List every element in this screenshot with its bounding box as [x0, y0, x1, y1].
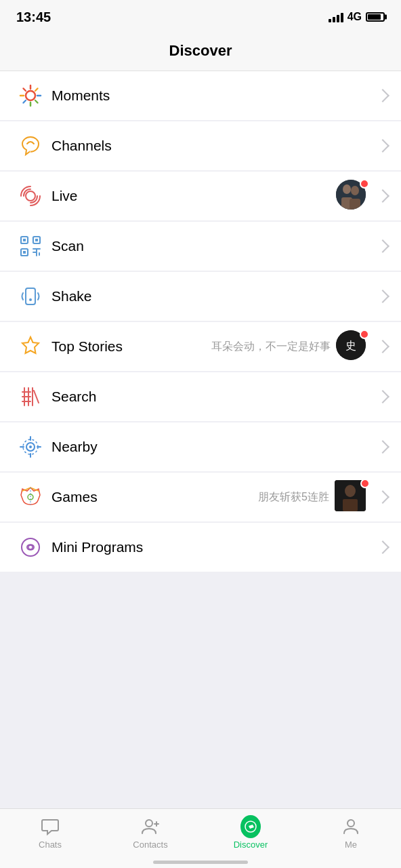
live-avatar-wrapper — [336, 180, 368, 212]
nearby-icon — [14, 430, 47, 464]
nearby-right — [374, 442, 387, 452]
moments-label: Moments — [51, 87, 374, 104]
menu-item-search[interactable]: Search — [0, 372, 401, 421]
menu-item-shake[interactable]: Shake — [0, 272, 401, 321]
live-icon — [14, 179, 47, 213]
menu-item-live[interactable]: Live — [0, 172, 401, 220]
svg-line-7 — [35, 88, 38, 91]
search-right — [374, 392, 387, 401]
svg-rect-20 — [23, 251, 26, 254]
top-stories-icon — [14, 330, 47, 363]
network-label: 4G — [347, 11, 362, 23]
tab-bar: Chats Contacts Discover — [0, 808, 401, 868]
svg-marker-27 — [22, 337, 39, 353]
nearby-label: Nearby — [51, 439, 374, 455]
discover-icon — [240, 816, 261, 837]
chats-icon — [40, 816, 60, 837]
svg-point-11 — [343, 184, 351, 194]
games-label: Games — [51, 489, 258, 505]
chats-tab-label: Chats — [39, 840, 62, 850]
moments-chevron-icon — [376, 89, 389, 102]
svg-point-32 — [29, 446, 32, 448]
section-moments: Moments — [0, 71, 401, 120]
page-title: Discover — [169, 42, 232, 59]
tab-item-me[interactable]: Me — [301, 809, 401, 857]
tab-item-discover[interactable]: Discover — [200, 809, 301, 857]
section-shake: Shake — [0, 272, 401, 321]
mini-programs-label: Mini Programs — [51, 539, 374, 555]
menu-item-games[interactable]: Games 朋友斩获5连胜 — [0, 473, 401, 521]
live-chevron-icon — [376, 189, 389, 203]
svg-point-38 — [22, 538, 39, 556]
section-nearby: Nearby — [0, 422, 401, 471]
channels-icon — [14, 129, 47, 163]
nearby-chevron-icon — [376, 440, 389, 454]
svg-point-36 — [345, 485, 356, 497]
svg-point-40 — [146, 820, 152, 827]
top-stories-avatar-wrapper: 史 — [336, 330, 368, 363]
menu-item-channels[interactable]: Channels — [0, 121, 401, 170]
live-red-dot — [360, 179, 369, 189]
section-games: Games 朋友斩获5连胜 — [0, 473, 401, 521]
svg-point-9 — [26, 191, 35, 201]
menu-item-mini-programs[interactable]: Mini Programs — [0, 523, 401, 572]
top-stories-subtitle: 耳朵会动，不一定是好事 — [211, 340, 331, 354]
menu-item-nearby[interactable]: Nearby — [0, 422, 401, 471]
scan-right — [374, 241, 387, 251]
discover-tab-label: Discover — [234, 840, 268, 850]
section-mini-programs: Mini Programs — [0, 523, 401, 572]
gray-area — [0, 573, 401, 682]
games-icon — [14, 480, 47, 514]
live-right — [336, 180, 387, 212]
svg-line-8 — [23, 100, 26, 103]
games-right: 朋友斩获5连胜 — [258, 480, 387, 514]
channels-chevron-icon — [376, 139, 389, 153]
mini-programs-icon — [14, 530, 47, 564]
moments-icon — [14, 79, 47, 113]
svg-point-26 — [29, 298, 32, 301]
svg-rect-18 — [23, 239, 26, 241]
contacts-tab-label: Contacts — [133, 840, 167, 850]
svg-point-12 — [351, 186, 359, 195]
shake-icon — [14, 279, 47, 313]
games-subtitle: 朋友斩获5连胜 — [258, 490, 329, 505]
search-chevron-icon — [376, 390, 389, 403]
svg-rect-37 — [343, 499, 358, 511]
section-search: Search — [0, 372, 401, 421]
svg-rect-25 — [39, 254, 40, 256]
top-stories-label: Top Stories — [51, 338, 211, 355]
svg-line-30 — [34, 391, 39, 403]
search-icon — [14, 380, 47, 414]
scan-chevron-icon — [376, 239, 389, 253]
top-stories-red-dot — [360, 330, 369, 339]
menu-item-moments[interactable]: Moments — [0, 71, 401, 120]
me-icon — [341, 816, 361, 837]
games-chevron-icon — [376, 490, 389, 504]
section-scan: Scan — [0, 222, 401, 271]
svg-point-39 — [28, 545, 33, 549]
status-time: 13:45 — [16, 9, 51, 25]
search-label: Search — [51, 389, 374, 405]
menu-item-scan[interactable]: Scan — [0, 222, 401, 271]
scan-icon — [14, 229, 47, 263]
signal-bars-icon — [329, 12, 343, 22]
svg-marker-44 — [249, 825, 254, 829]
status-bar: 13:45 4G — [0, 0, 401, 34]
svg-point-0 — [26, 91, 35, 100]
section-live: Live — [0, 172, 401, 220]
top-stories-right: 耳朵会动，不一定是好事 史 — [211, 330, 387, 363]
svg-line-6 — [35, 100, 38, 103]
menu-item-top-stories[interactable]: Top Stories 耳朵会动，不一定是好事 史 — [0, 322, 401, 371]
tab-item-contacts[interactable]: Contacts — [100, 809, 200, 857]
section-channels: Channels — [0, 121, 401, 170]
page-header: Discover — [0, 34, 401, 71]
me-tab-label: Me — [345, 840, 357, 850]
moments-right — [374, 91, 387, 100]
status-icons: 4G — [329, 11, 385, 23]
shake-label: Shake — [51, 288, 374, 304]
section-top-stories: Top Stories 耳朵会动，不一定是好事 史 — [0, 322, 401, 371]
tab-item-chats[interactable]: Chats — [0, 809, 100, 857]
games-red-dot — [360, 479, 370, 488]
svg-point-45 — [347, 820, 354, 827]
live-label: Live — [51, 188, 336, 204]
